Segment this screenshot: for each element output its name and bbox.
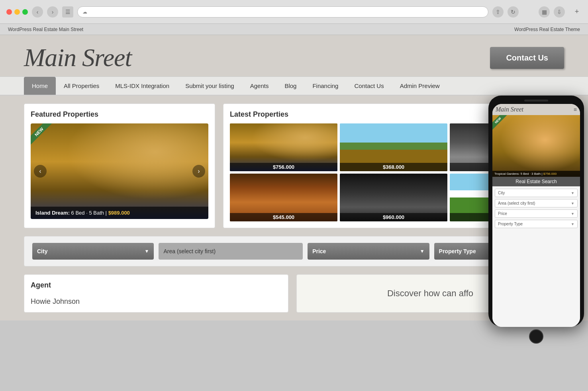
new-ribbon: NEW [31,123,57,149]
nav-item-mls-idx[interactable]: MLS-IDX Integration [107,77,177,95]
phone-screen: Main Sreet ≡ NEW Tropical Gardens: 5 Bed… [492,104,580,327]
nav-item-submit-listing[interactable]: Submit your listing [177,77,242,95]
phone-price-label: Price [498,211,507,216]
property-price-4: $545.000 [230,213,337,221]
site-logo[interactable]: Main Sreet [24,43,131,72]
phone-menu-icon[interactable]: ≡ [574,106,577,113]
address-bar[interactable]: ☁ [77,6,488,18]
property-thumb-1[interactable]: $756.000 [230,123,337,171]
carousel-prev-button[interactable]: ‹ [34,165,47,178]
duplicate-button[interactable]: ▦ [539,6,550,18]
phone-property-type-label: Property Type [498,222,523,226]
close-button[interactable] [6,9,12,15]
phone-area-label: Area (select city first) [498,201,535,205]
phone-area-select[interactable]: Area (select city first) ▼ [495,199,578,207]
phone-property-type-select[interactable]: Property Type ▼ [495,220,578,228]
phone-price-arrow: ▼ [571,212,574,216]
phone-featured-image: NEW Tropical Gardens: 5 Bed · 3 Bath | $… [492,115,580,177]
property-thumb-2[interactable]: $368.000 [340,123,447,171]
agent-name: Howie Johnson [31,294,282,306]
phone-caption-price: $756.000 [543,172,557,176]
phone-area-arrow: ▼ [571,201,574,205]
nav-item-contact[interactable]: Contact Us [346,77,392,95]
nav-item-all-properties[interactable]: All Properties [56,77,107,95]
back-button[interactable]: ‹ [32,6,43,18]
traffic-lights [6,9,28,15]
phone-logo: Main Sreet [496,106,523,113]
phone-search-title: Real Estate Search [492,177,580,186]
featured-image-container: NEW ‹ › Island Dream: 6 Bed · 5 Bath | $… [31,123,208,219]
phone-city-arrow: ▼ [571,191,574,195]
carousel-next-button[interactable]: › [192,165,205,178]
phone-city-label: City [498,191,505,195]
nav-item-blog[interactable]: Blog [276,77,304,95]
discover-text: Discover how can affo [387,288,473,299]
download-button[interactable]: ⇩ [554,6,565,18]
nav-item-admin-preview[interactable]: Admin Preview [392,77,448,95]
property-thumb-4[interactable]: $545.000 [230,174,337,221]
property-type-label: Property Type [439,248,476,254]
agent-section: Agent Howie Johnson [24,274,288,313]
area-dropdown[interactable]: Area (select city first) [159,243,303,260]
featured-property-price: $989.000 [108,210,130,216]
nav-item-home[interactable]: Home [24,77,56,95]
phone-caption-text: Tropical Gardens: 5 Bed · 3 Bath | [494,172,543,176]
agent-section-title: Agent [31,281,282,289]
site-header: Main Sreet Contact Us [0,35,588,76]
nav-item-agents[interactable]: Agents [242,77,277,95]
property-price-5: $960.000 [340,213,447,221]
maximize-button[interactable] [22,9,28,15]
share-button[interactable]: ⇧ [492,6,504,18]
header-contact-button[interactable]: Contact Us [490,47,564,69]
browser-title-left: WordPress Real Estate Main Street [8,27,83,32]
phone-header: Main Sreet ≡ [492,104,580,115]
featured-property-image [31,123,208,219]
phone-city-select[interactable]: City ▼ [495,189,578,197]
property-price-1: $756.000 [230,163,337,171]
property-thumb-5[interactable]: $960.000 [340,174,447,221]
featured-property-name: Island Dream: [35,210,70,216]
sidebar-toggle-button[interactable]: ☰ [62,6,73,18]
city-label: City [37,248,47,254]
featured-properties-section: Featured Properties NEW ‹ › Island Dream… [24,104,215,228]
area-label: Area (select city first) [163,248,216,254]
city-dropdown[interactable]: City ▼ [32,243,154,260]
new-tab-button[interactable]: + [572,7,582,17]
mobile-phone: Main Sreet ≡ NEW Tropical Gardens: 5 Bed… [488,96,584,326]
phone-home-button[interactable] [529,329,543,344]
browser-title-right: WordPress Real Estate Theme [514,27,580,32]
price-dropdown[interactable]: Price ▼ [308,243,429,260]
phone-search-form: City ▼ Area (select city first) ▼ Price … [492,186,580,327]
city-dropdown-arrow: ▼ [145,248,149,254]
featured-caption: Island Dream: 6 Bed · 5 Bath | $989.000 [31,207,208,219]
phone-speaker [524,100,548,102]
phone-new-ribbon: NEW [492,115,510,133]
main-content: Featured Properties NEW ‹ › Island Dream… [0,96,588,236]
forward-button[interactable]: › [47,6,58,18]
search-bar: City ▼ Area (select city first) Price ▼ … [24,236,564,266]
phone-price-select[interactable]: Price ▼ [495,209,578,218]
featured-section-title: Featured Properties [31,110,208,119]
price-label: Price [312,248,326,254]
phone-caption: Tropical Gardens: 5 Bed · 3 Bath | $756.… [492,171,580,177]
property-price-2: $368.000 [340,163,447,171]
price-dropdown-arrow: ▼ [420,248,425,254]
new-badge: NEW [31,123,53,145]
featured-property-details: 6 Bed · 5 Bath | [71,210,107,216]
nav-item-financing[interactable]: Financing [304,77,346,95]
site-navigation: Home All Properties MLS-IDX Integration … [0,76,588,96]
minimize-button[interactable] [14,9,20,15]
refresh-button[interactable]: ↻ [508,6,519,18]
phone-new-badge: NEW [492,115,508,131]
phone-property-type-arrow: ▼ [571,222,574,226]
